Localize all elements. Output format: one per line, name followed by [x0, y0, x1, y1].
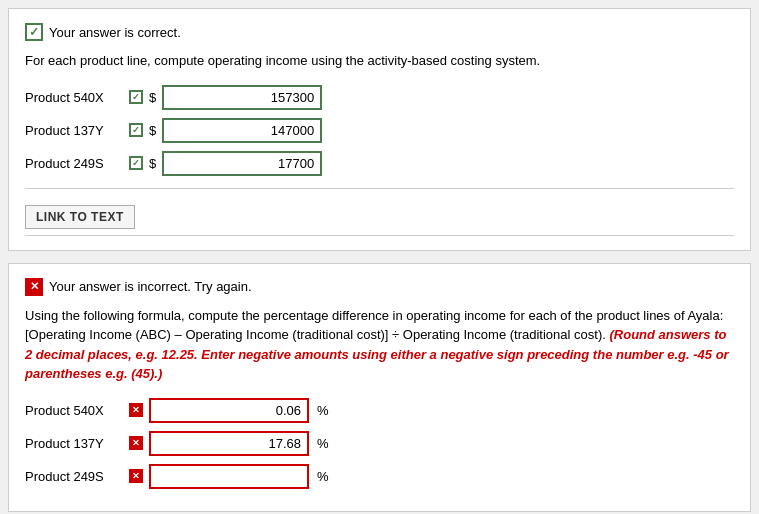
product-row-2-249s: Product 249S % [25, 464, 734, 489]
answer-status-2: Your answer is incorrect. Try again. [25, 278, 734, 296]
incorrect-icon [25, 278, 43, 296]
product-row-540x: Product 540X $ [25, 85, 734, 110]
product-label-249s: Product 249S [25, 156, 125, 171]
x-icon-540x [129, 403, 143, 417]
product-row-249s: Product 249S $ [25, 151, 734, 176]
percent-249s: % [317, 469, 329, 484]
percent-137y: % [317, 436, 329, 451]
correct-icon [25, 23, 43, 41]
tick-icon-137y [129, 123, 143, 137]
dollar-sign-137y: $ [149, 123, 156, 138]
product-row-2-137y: Product 137Y % [25, 431, 734, 456]
product-label-540x: Product 540X [25, 90, 125, 105]
product-label-2-540x: Product 540X [25, 403, 125, 418]
input-137y[interactable] [162, 118, 322, 143]
dollar-sign-249s: $ [149, 156, 156, 171]
x-icon-137y [129, 436, 143, 450]
product-row-137y: Product 137Y $ [25, 118, 734, 143]
product-label-137y: Product 137Y [25, 123, 125, 138]
input-2-249s[interactable] [149, 464, 309, 489]
link-to-text-button[interactable]: LINK TO TEXT [25, 205, 135, 229]
product-row-2-540x: Product 540X % [25, 398, 734, 423]
product-label-2-137y: Product 137Y [25, 436, 125, 451]
section-1: Your answer is correct. For each product… [8, 8, 751, 251]
product-label-2-249s: Product 249S [25, 469, 125, 484]
input-249s[interactable] [162, 151, 322, 176]
question-text-2: Using the following formula, compute the… [25, 306, 734, 384]
input-2-137y[interactable] [149, 431, 309, 456]
x-icon-249s [129, 469, 143, 483]
question-text-1: For each product line, compute operating… [25, 51, 734, 71]
tick-icon-540x [129, 90, 143, 104]
input-2-540x[interactable] [149, 398, 309, 423]
dollar-sign-540x: $ [149, 90, 156, 105]
tick-icon-249s [129, 156, 143, 170]
answer-status-1: Your answer is correct. [25, 23, 734, 41]
status-text-1: Your answer is correct. [49, 25, 181, 40]
status-text-2: Your answer is incorrect. Try again. [49, 279, 252, 294]
percent-540x: % [317, 403, 329, 418]
input-540x[interactable] [162, 85, 322, 110]
section-2: Your answer is incorrect. Try again. Usi… [8, 263, 751, 512]
